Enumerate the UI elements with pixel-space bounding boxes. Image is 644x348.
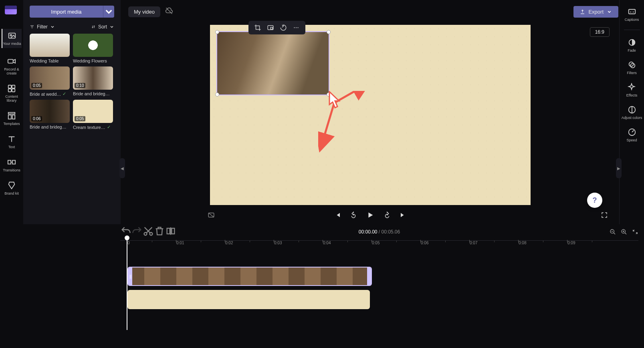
ruler-tick: 0:03 [274,241,282,245]
media-thumbnail: 0:10 [73,66,113,90]
media-thumbnail [73,34,113,57]
media-item[interactable]: Wedding Flowers [73,34,113,63]
filters-button[interactable]: Filters [627,60,637,75]
canvas-area: 16:9 [128,24,612,208]
chevron-down-icon [607,9,612,14]
nav-brand-kit[interactable]: Brand kit [2,181,22,195]
ruler-tick: 0 [127,241,130,245]
svg-rect-2 [8,59,13,63]
floating-toolbar [248,21,305,34]
svg-point-21 [294,27,295,28]
duration-badge: 0:05 [31,83,42,88]
captions-button[interactable]: Captions [625,7,639,22]
nav-your-media[interactable]: Your media [2,29,22,48]
export-button[interactable]: Export [573,6,618,18]
resize-handle-bl[interactable] [215,93,219,97]
aspect-ratio-button[interactable]: 16:9 [590,27,610,37]
nav-content-library[interactable]: Content library [2,84,22,103]
svg-line-27 [208,213,214,217]
nav-rail: Your media Record & create Content libra… [0,23,23,348]
resize-handle-tr[interactable] [327,30,331,34]
captions-label: Captions [625,18,639,22]
background-track-clip[interactable] [127,290,370,309]
resize-handle-tl[interactable] [215,30,219,34]
svg-rect-30 [167,228,170,234]
effects-icon [627,83,636,92]
ruler-tick: 0:01 [176,241,184,245]
rotate-icon[interactable] [280,24,287,31]
divider [624,30,640,30]
nav-templates[interactable]: Templates [2,111,22,126]
svg-point-1 [10,34,12,36]
filter-label: Filter [37,24,48,30]
brand-icon [7,181,16,190]
ruler-subtick [250,241,250,242]
upload-icon [580,9,585,14]
filters-icon [628,60,636,69]
duration-badge: 0:05 [75,116,85,121]
top-bar: My video Export [128,6,618,18]
svg-line-25 [322,103,334,143]
selected-clip-overlay[interactable] [216,31,329,95]
duration-badge: 0:10 [75,83,85,88]
filter-button[interactable]: Filter [30,24,55,30]
nav-label: Your media [3,42,21,46]
nav-label: Text [8,145,15,149]
captions-icon [628,7,636,16]
playhead[interactable] [127,238,127,330]
clipchamp-logo[interactable] [5,6,17,14]
nav-label: Content library [2,95,22,103]
ruler-subtick [299,241,299,242]
media-thumbnail: 0:05 [73,100,113,123]
cloud-sync-off-icon[interactable] [165,7,173,16]
export-label: Export [588,9,604,15]
media-thumbnail: 0:06 [30,100,70,123]
safe-zone-icon[interactable] [208,211,215,220]
cut-icon[interactable] [143,225,154,238]
sort-label: Sort [98,24,107,30]
media-item[interactable]: 0:05Bride at wedd… [30,66,70,97]
pip-icon[interactable] [267,24,274,31]
text-icon [7,135,16,143]
clip-handle-left[interactable]: || [129,274,131,279]
fade-icon [628,38,636,47]
media-caption: Bride and brideg… [73,91,113,96]
svg-rect-3 [8,85,11,88]
media-item[interactable]: Wedding Table [30,34,70,63]
redo-icon[interactable] [131,225,143,238]
svg-rect-11 [12,160,15,164]
media-thumbnail [30,34,70,57]
media-caption: Wedding Flowers [73,58,113,63]
svg-rect-9 [12,115,15,119]
collapse-panel-handle[interactable]: ◀ [119,158,125,178]
preview-canvas[interactable] [210,25,531,205]
media-caption: Wedding Table [30,58,70,63]
ruler-subtick [201,241,201,242]
nav-text[interactable]: Text [2,135,22,149]
import-media-button[interactable]: Import media [30,6,114,18]
delete-icon[interactable] [154,225,165,238]
nav-label: Record & create [2,67,22,75]
svg-rect-4 [12,85,15,88]
svg-point-23 [297,27,298,28]
project-title[interactable]: My video [128,6,160,17]
media-item[interactable]: 0:05Cream texture… [73,100,113,130]
media-item[interactable]: 0:06Bride and brideg… [30,100,70,130]
media-icon [8,31,16,40]
rr-label: Fade [628,48,636,52]
svg-rect-5 [8,89,11,92]
clip-handle-right[interactable]: || [368,274,370,279]
library-icon [7,84,16,93]
split-icon[interactable] [165,225,176,238]
fade-button[interactable]: Fade [628,38,636,52]
nav-record[interactable]: Record & create [2,57,22,75]
media-thumbnail: 0:05 [30,66,70,90]
more-icon[interactable] [293,24,300,31]
nav-transitions[interactable]: Transitions [2,158,22,172]
sort-button[interactable]: Sort [91,24,114,30]
crop-icon[interactable] [254,24,261,31]
svg-rect-8 [8,115,11,119]
media-grid: Wedding TableWedding Flowers0:05Bride at… [30,34,114,130]
import-dropdown[interactable] [103,6,114,18]
media-item[interactable]: 0:10Bride and brideg… [73,66,113,97]
